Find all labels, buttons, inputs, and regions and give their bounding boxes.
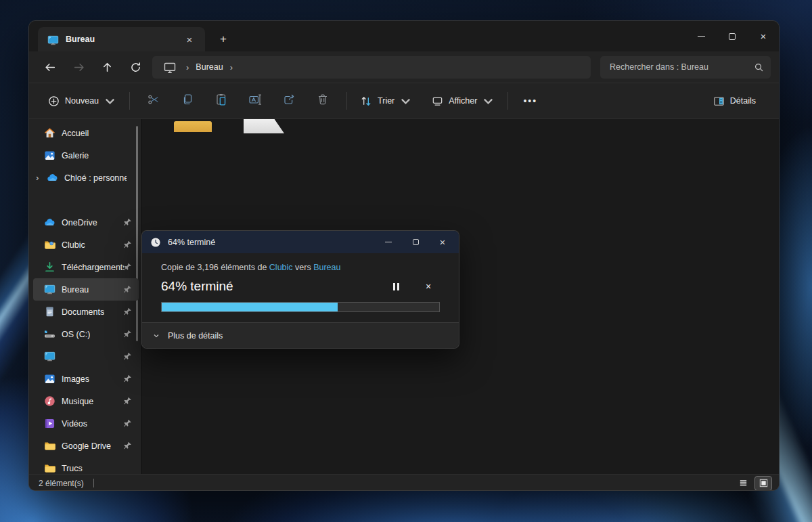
- details-pane-label: Détails: [730, 96, 756, 106]
- sidebar-item-galerie[interactable]: Galerie: [33, 144, 139, 167]
- more-details-toggle[interactable]: Plus de détails: [142, 322, 459, 348]
- minimize-button[interactable]: [685, 21, 717, 51]
- refresh-button[interactable]: [124, 56, 147, 79]
- sidebar-item-musique[interactable]: Musique: [33, 390, 139, 412]
- details-pane-icon: [713, 95, 725, 108]
- pause-button[interactable]: [384, 277, 407, 296]
- more-details-label: Plus de détails: [168, 331, 223, 341]
- sidebar-item-google-drive[interactable]: Google Drive: [33, 435, 139, 457]
- tab-close-icon[interactable]: ×: [181, 31, 198, 47]
- details-view-button[interactable]: [734, 476, 752, 491]
- sort-button[interactable]: Trier: [354, 90, 418, 112]
- paste-icon: [215, 93, 228, 109]
- address-bar[interactable]: › Bureau ›: [152, 56, 591, 79]
- file-item-icon[interactable]: [244, 119, 284, 133]
- new-tab-button[interactable]: +: [213, 30, 233, 49]
- folder-icon: [44, 440, 55, 452]
- details-pane-button[interactable]: Détails: [706, 90, 767, 112]
- sidebar-item-trucs[interactable]: Trucs: [33, 457, 139, 474]
- new-button[interactable]: Nouveau: [41, 90, 122, 112]
- cancel-copy-button[interactable]: ×: [417, 277, 440, 296]
- forward-button[interactable]: [67, 56, 90, 79]
- pin-icon: [123, 218, 132, 227]
- sidebar-item-label: Clubic: [62, 240, 85, 250]
- desktop-icon: [47, 35, 59, 45]
- onedrive-icon: [47, 172, 58, 183]
- pin-icon: [123, 352, 132, 361]
- sidebar-item-onedrive[interactable]: OneDrive: [33, 211, 139, 234]
- breadcrumb-item-bureau[interactable]: Bureau: [196, 62, 223, 72]
- dialog-minimize-button[interactable]: [375, 231, 402, 253]
- share-button[interactable]: [276, 89, 302, 113]
- progress-percent-label: 64% terminé: [161, 279, 384, 294]
- sidebar-item-clubic[interactable]: DClubic: [33, 234, 139, 256]
- delete-button[interactable]: [310, 89, 336, 113]
- cut-button[interactable]: [141, 89, 166, 113]
- sidebar-item-label: Trucs: [62, 464, 83, 473]
- rename-button[interactable]: [242, 89, 268, 113]
- search-box[interactable]: [600, 56, 771, 79]
- close-icon: ×: [761, 31, 767, 41]
- copy-message-middle: vers: [293, 263, 314, 272]
- up-button[interactable]: [95, 56, 118, 79]
- destination-folder-link[interactable]: Bureau: [313, 263, 340, 272]
- sidebar-item-chloe-personnelle[interactable]: ›Chloé : personnelle: [33, 167, 139, 189]
- paste-button[interactable]: [208, 89, 234, 113]
- chevron-right-icon[interactable]: ›: [36, 173, 47, 183]
- dialog-titlebar[interactable]: 64% terminé ×: [142, 231, 459, 253]
- close-button[interactable]: ×: [748, 21, 779, 51]
- more-options-button[interactable]: •••: [515, 95, 545, 106]
- chevron-down-icon: [399, 95, 412, 108]
- refresh-icon: [130, 62, 141, 73]
- minimize-icon: [698, 36, 705, 37]
- sort-icon: [360, 95, 373, 108]
- delete-icon: [316, 93, 330, 109]
- search-input[interactable]: [610, 62, 754, 72]
- dialog-close-button[interactable]: ×: [429, 231, 456, 253]
- status-bar: 2 élément(s): [29, 474, 779, 491]
- copy-icon: [181, 93, 194, 109]
- progress-bar: [161, 302, 440, 312]
- status-divider: [93, 479, 94, 487]
- this-pc-icon: [163, 61, 177, 73]
- dialog-maximize-button[interactable]: [402, 231, 429, 253]
- sidebar-item-label: Accueil: [62, 129, 89, 138]
- pin-icon: [123, 285, 132, 294]
- copy-button[interactable]: [175, 89, 200, 113]
- sidebar-item-bureau[interactable]: Bureau: [33, 278, 139, 301]
- thumbnail-view-button[interactable]: [754, 476, 772, 491]
- toolbar-divider: [129, 92, 130, 110]
- pin-icon: [123, 240, 132, 249]
- share-icon: [282, 93, 296, 109]
- toolbar-divider: [346, 92, 347, 110]
- plus-circle-icon: [47, 95, 60, 108]
- sidebar-item-label: OneDrive: [62, 218, 97, 227]
- dialog-title: 64% terminé: [168, 238, 375, 247]
- tab-bureau[interactable]: Bureau ×: [38, 27, 205, 51]
- documents-icon: [44, 306, 55, 318]
- sidebar-item-telechargements[interactable]: Téléchargements: [33, 256, 139, 278]
- sidebar-item-label: Galerie: [62, 151, 89, 160]
- sidebar-item-images[interactable]: Images: [33, 368, 139, 390]
- sidebar-item-documents[interactable]: Documents: [33, 301, 139, 323]
- pin-icon: [123, 419, 132, 428]
- pin-icon: [123, 397, 132, 406]
- breadcrumb-chevron-icon[interactable]: ›: [223, 62, 240, 72]
- gallery-icon: [44, 373, 55, 385]
- minimize-icon: [385, 242, 392, 242]
- chevron-down-icon: [153, 332, 160, 339]
- back-button[interactable]: [39, 56, 62, 79]
- sidebar-item-os-c[interactable]: OS (C:): [33, 323, 139, 345]
- maximize-button[interactable]: [717, 21, 748, 51]
- view-button[interactable]: Afficher: [425, 90, 501, 112]
- source-folder-link[interactable]: Clubic: [269, 263, 293, 272]
- sidebar-item-unlabeled[interactable]: [33, 345, 139, 368]
- sidebar-item-accueil[interactable]: Accueil: [33, 122, 139, 144]
- sidebar-item-label: Téléchargements: [62, 263, 124, 272]
- sidebar-item-videos[interactable]: Vidéos: [33, 412, 139, 435]
- sidebar-item-label: Documents: [62, 307, 104, 317]
- clock-icon: [150, 237, 161, 248]
- folder-item-icon[interactable]: [174, 121, 212, 132]
- onedrive-icon: [44, 217, 55, 228]
- view-icon: [431, 95, 444, 108]
